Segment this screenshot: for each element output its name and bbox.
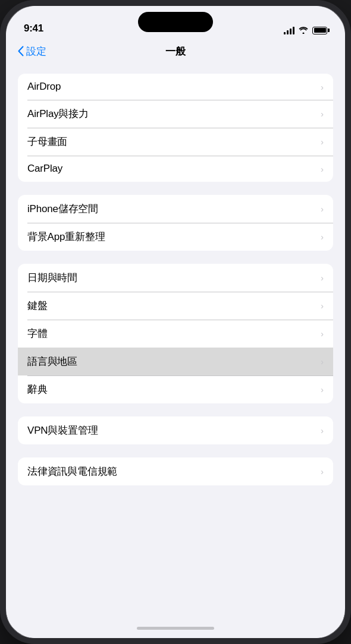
back-button[interactable]: 設定	[18, 45, 46, 58]
settings-content: AirDrop › AirPlay與接力 › 子母畫面 › CarPlay ›	[6, 64, 345, 618]
section-vpn: VPN與裝置管理 ›	[6, 416, 345, 444]
list-group-connectivity: AirDrop › AirPlay與接力 › 子母畫面 › CarPlay ›	[18, 74, 333, 182]
list-item-dictionary[interactable]: 辭典 ›	[18, 375, 333, 403]
phone-frame: 9:41	[0, 0, 351, 644]
list-item-airplay[interactable]: AirPlay與接力 ›	[18, 100, 333, 128]
section-datetime-input: 日期與時間 › 鍵盤 › 字體 › 語言與地區 ›	[6, 264, 345, 403]
list-item-keyboard[interactable]: 鍵盤 ›	[18, 292, 333, 320]
chevron-right-icon: ›	[321, 467, 324, 476]
status-time: 9:41	[24, 23, 43, 34]
section-legal: 法律資訊與電信規範 ›	[6, 457, 345, 485]
list-group-vpn: VPN與裝置管理 ›	[18, 416, 333, 444]
chevron-right-icon: ›	[321, 426, 324, 435]
list-item-language-region[interactable]: 語言與地區 ›	[18, 348, 333, 375]
chevron-right-icon: ›	[321, 204, 324, 213]
list-item-carplay[interactable]: CarPlay ›	[18, 156, 333, 182]
list-item-fonts[interactable]: 字體 ›	[18, 320, 333, 348]
list-item-date-time[interactable]: 日期與時間 ›	[18, 264, 333, 292]
chevron-right-icon: ›	[321, 165, 324, 173]
screen: 9:41	[6, 6, 345, 638]
dynamic-island	[138, 12, 213, 32]
chevron-right-icon: ›	[321, 385, 324, 394]
chevron-right-icon: ›	[321, 232, 324, 241]
list-item-legal[interactable]: 法律資訊與電信規範 ›	[18, 457, 333, 485]
section-connectivity: AirDrop › AirPlay與接力 › 子母畫面 › CarPlay ›	[6, 74, 345, 182]
list-group-storage: iPhone儲存空間 › 背景App重新整理 ›	[18, 195, 333, 251]
list-item-background-app[interactable]: 背景App重新整理 ›	[18, 223, 333, 251]
wifi-icon	[299, 27, 308, 34]
list-item-airdrop[interactable]: AirDrop ›	[18, 74, 333, 100]
section-storage: iPhone儲存空間 › 背景App重新整理 ›	[6, 195, 345, 251]
status-bar: 9:41	[6, 6, 345, 38]
list-group-datetime-input: 日期與時間 › 鍵盤 › 字體 › 語言與地區 ›	[18, 264, 333, 403]
chevron-right-icon: ›	[321, 109, 324, 118]
nav-bar: 設定 一般	[6, 38, 345, 64]
signal-icon	[284, 26, 294, 34]
list-group-legal: 法律資訊與電信規範 ›	[18, 457, 333, 485]
battery-icon	[312, 27, 327, 34]
chevron-right-icon: ›	[321, 301, 324, 310]
home-bar	[137, 627, 214, 630]
list-item-pip[interactable]: 子母畫面 ›	[18, 128, 333, 156]
chevron-right-icon: ›	[321, 83, 324, 91]
list-item-iphone-storage[interactable]: iPhone儲存空間 ›	[18, 195, 333, 223]
chevron-right-icon: ›	[321, 329, 324, 338]
back-label: 設定	[26, 45, 46, 58]
list-item-vpn[interactable]: VPN與裝置管理 ›	[18, 416, 333, 444]
chevron-left-icon	[18, 46, 24, 56]
home-indicator	[6, 618, 345, 638]
page-title: 一般	[165, 45, 186, 58]
chevron-right-icon: ›	[321, 273, 324, 282]
chevron-right-icon: ›	[321, 137, 324, 146]
chevron-right-icon: ›	[321, 357, 324, 366]
status-icons	[284, 26, 327, 34]
